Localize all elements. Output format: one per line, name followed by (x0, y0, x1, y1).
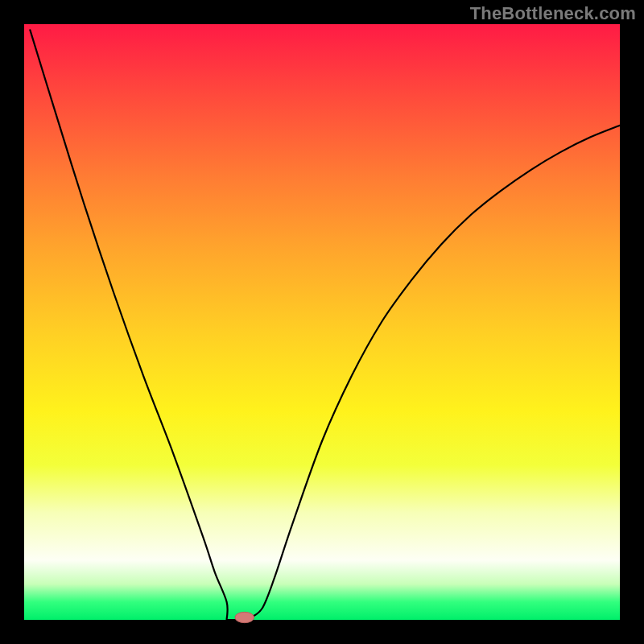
minimum-marker (235, 612, 254, 622)
plot-svg (24, 24, 620, 620)
watermark-text: TheBottleneck.com (470, 3, 636, 24)
plot-area (24, 24, 620, 620)
chart-frame: TheBottleneck.com (0, 0, 644, 644)
bottleneck-curve (30, 30, 620, 620)
